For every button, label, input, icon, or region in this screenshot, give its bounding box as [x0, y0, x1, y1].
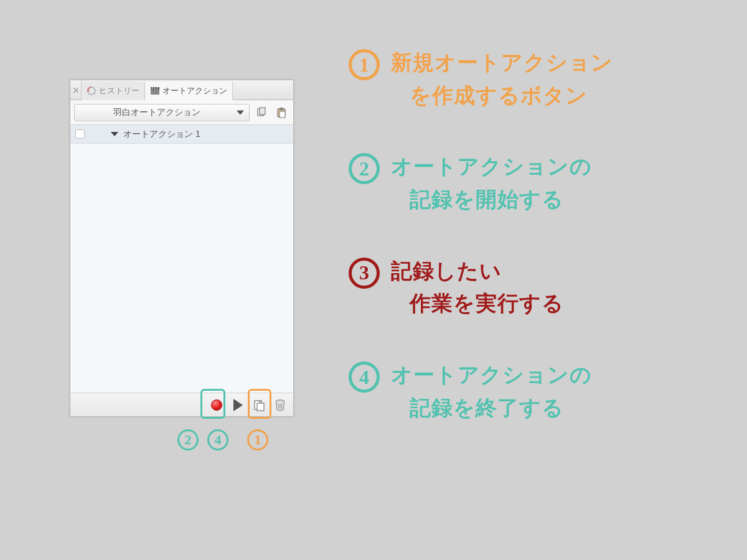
annotation-2: 2 オートアクションの 記録を開始する — [349, 151, 722, 216]
annotation-2-line2: 記録を開始する — [410, 184, 592, 217]
annotations: 1 新規オートアクション を作成するボタン 2 オートアクションの 記録を開始す… — [349, 47, 722, 464]
annotation-2-text: オートアクションの 記録を開始する — [391, 151, 592, 216]
tab-bar: ヒストリー オートアクション — [70, 80, 293, 100]
svg-rect-8 — [260, 108, 265, 114]
paste-button[interactable] — [273, 105, 289, 121]
annotation-3-text: 記録したい 作業を実行する — [391, 255, 564, 320]
annotation-4-line2: 記録を終了する — [410, 392, 592, 425]
tab-history-label: ヒストリー — [99, 85, 139, 96]
copy-icon — [256, 107, 267, 118]
svg-rect-2 — [151, 90, 159, 95]
action-enable-checkbox[interactable] — [75, 129, 85, 139]
svg-rect-11 — [280, 111, 285, 118]
tab-history[interactable]: ヒストリー — [82, 82, 145, 100]
clapperboard-icon — [150, 86, 160, 96]
record-button[interactable] — [207, 396, 226, 414]
list-item[interactable]: オートアクション 1 — [70, 125, 293, 144]
footer-mark-1: 1 — [247, 429, 268, 450]
delete-button[interactable] — [271, 396, 289, 414]
history-icon — [87, 86, 96, 96]
tab-autoaction[interactable]: オートアクション — [145, 82, 233, 100]
trash-icon — [275, 399, 286, 411]
play-icon — [233, 399, 243, 411]
copy-button[interactable] — [253, 105, 270, 121]
footer-mark-2: 2 — [177, 429, 199, 450]
svg-rect-14 — [257, 403, 264, 411]
panel-footer — [70, 393, 293, 416]
action-set-selected: 羽白オートアクション — [113, 107, 200, 118]
annotation-3-line1: 記録したい — [391, 255, 564, 288]
auto-action-panel: ヒストリー オートアクション 羽白オートアクション オー — [70, 80, 294, 417]
action-list: オートアクション 1 — [70, 125, 293, 393]
annotation-2-line1: オートアクションの — [391, 151, 592, 184]
annotation-4-line1: オートアクションの — [391, 359, 592, 392]
panel-collapse-handle[interactable] — [70, 80, 82, 100]
svg-rect-10 — [280, 108, 283, 110]
new-page-icon — [253, 399, 265, 411]
annotation-4-number: 4 — [349, 362, 380, 393]
chevron-down-icon — [237, 110, 244, 114]
annotation-3: 3 記録したい 作業を実行する — [349, 255, 722, 320]
disclosure-triangle-icon[interactable] — [111, 132, 118, 136]
annotation-1-number: 1 — [349, 49, 380, 80]
play-button[interactable] — [228, 396, 247, 414]
annotation-3-number: 3 — [349, 258, 380, 289]
annotation-1-text: 新規オートアクション を作成するボタン — [391, 47, 613, 112]
annotation-1-line2: を作成するボタン — [410, 80, 613, 113]
action-item-label: オートアクション 1 — [123, 129, 200, 140]
action-set-dropdown[interactable]: 羽白オートアクション — [74, 104, 250, 121]
annotation-2-number: 2 — [349, 153, 380, 184]
annotation-4: 4 オートアクションの 記録を終了する — [349, 359, 722, 424]
annotation-4-text: オートアクションの 記録を終了する — [391, 359, 592, 424]
new-action-button[interactable] — [250, 396, 268, 414]
tab-autoaction-label: オートアクション — [162, 85, 227, 96]
footer-mark-4: 4 — [207, 429, 228, 450]
panel-toolbar: 羽白オートアクション — [70, 100, 293, 125]
record-icon — [211, 399, 222, 411]
annotation-1-line1: 新規オートアクション — [391, 47, 613, 80]
annotation-3-line2: 作業を実行する — [410, 287, 564, 320]
paste-icon — [276, 107, 287, 118]
annotation-1: 1 新規オートアクション を作成するボタン — [349, 47, 722, 112]
